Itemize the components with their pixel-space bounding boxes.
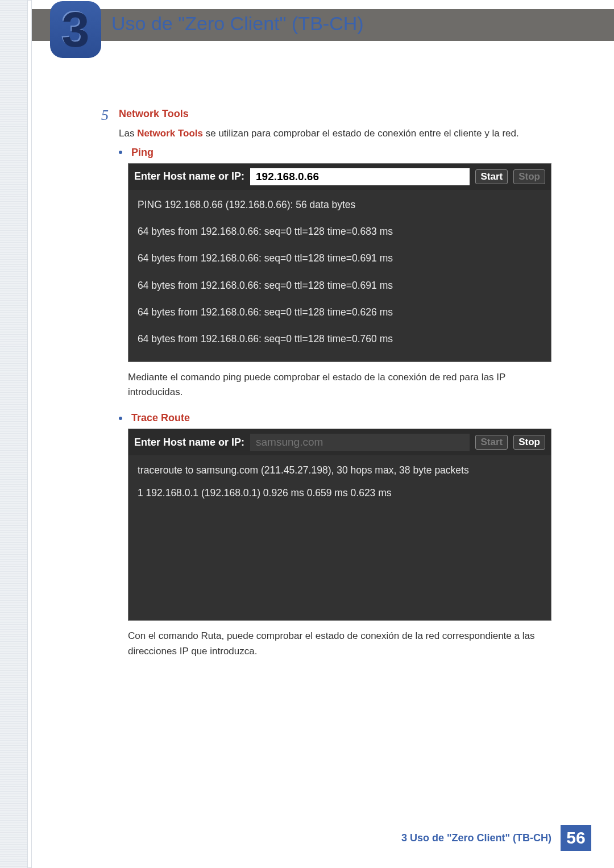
step-desc-after: se utilizan para comprobar el estado de …	[203, 128, 519, 139]
ping-bullet: Ping	[119, 147, 566, 159]
trace-stop-button[interactable]: Stop	[513, 435, 545, 450]
content-area: 5 Network Tools Las Network Tools se uti…	[94, 108, 566, 671]
bullet-icon	[119, 151, 122, 154]
trace-panel: Enter Host name or IP: Start Stop tracer…	[128, 429, 551, 621]
footer-text: 3 Uso de "Zero Client" (TB-CH)	[401, 832, 551, 844]
trace-label: Trace Route	[131, 412, 190, 424]
trace-post-text: Con el comando Ruta, puede comprobar el …	[128, 629, 551, 659]
chapter-number-badge: 3	[50, 1, 101, 58]
left-margin-stripe	[0, 0, 32, 868]
bullet-icon	[119, 417, 122, 420]
trace-input-label: Enter Host name or IP:	[134, 437, 244, 448]
step-desc-keyword: Network Tools	[137, 128, 203, 139]
ping-panel: Enter Host name or IP: Start Stop PING 1…	[128, 163, 551, 362]
ping-input-label: Enter Host name or IP:	[134, 171, 244, 182]
ping-stop-button[interactable]: Stop	[513, 169, 545, 184]
ping-output-line: 64 bytes from 192.168.0.66: seq=0 ttl=12…	[138, 225, 542, 239]
ping-output-line: 64 bytes from 192.168.0.66: seq=0 ttl=12…	[138, 279, 542, 293]
trace-output-line: 1 192.168.0.1 (192.168.0.1) 0.926 ms 0.6…	[138, 486, 542, 500]
step-title: Network Tools	[119, 108, 189, 120]
footer: 3 Uso de "Zero Client" (TB-CH) 56	[401, 825, 591, 851]
step-number: 5	[94, 108, 109, 123]
step-desc-before: Las	[119, 128, 137, 139]
ping-header: Enter Host name or IP: Start Stop	[128, 164, 551, 190]
trace-start-button[interactable]: Start	[475, 435, 508, 450]
step-description: Las Network Tools se utilizan para compr…	[119, 126, 566, 141]
trace-output-line: traceroute to samsung.com (211.45.27.198…	[138, 463, 542, 477]
ping-post-text: Mediante el comando ping puede comprobar…	[128, 370, 551, 400]
step-heading: 5 Network Tools	[94, 108, 566, 123]
footer-page-number: 56	[561, 825, 591, 851]
ping-label: Ping	[131, 147, 154, 159]
page-title: Uso de "Zero Client" (TB-CH)	[111, 13, 364, 35]
ping-output-line: 64 bytes from 192.168.0.66: seq=0 ttl=12…	[138, 305, 542, 319]
ping-output-line: PING 192.168.0.66 (192.168.0.66): 56 dat…	[138, 198, 542, 212]
ping-output-line: 64 bytes from 192.168.0.66: seq=0 ttl=12…	[138, 251, 542, 265]
ping-start-button[interactable]: Start	[475, 169, 508, 184]
trace-header: Enter Host name or IP: Start Stop	[128, 429, 551, 455]
trace-output: traceroute to samsung.com (211.45.27.198…	[128, 455, 551, 620]
ping-output-line: 64 bytes from 192.168.0.66: seq=0 ttl=12…	[138, 332, 542, 346]
trace-host-input[interactable]	[250, 434, 470, 451]
trace-bullet: Trace Route	[119, 412, 566, 424]
ping-host-input[interactable]	[250, 168, 470, 185]
ping-output: PING 192.168.0.66 (192.168.0.66): 56 dat…	[128, 190, 551, 362]
